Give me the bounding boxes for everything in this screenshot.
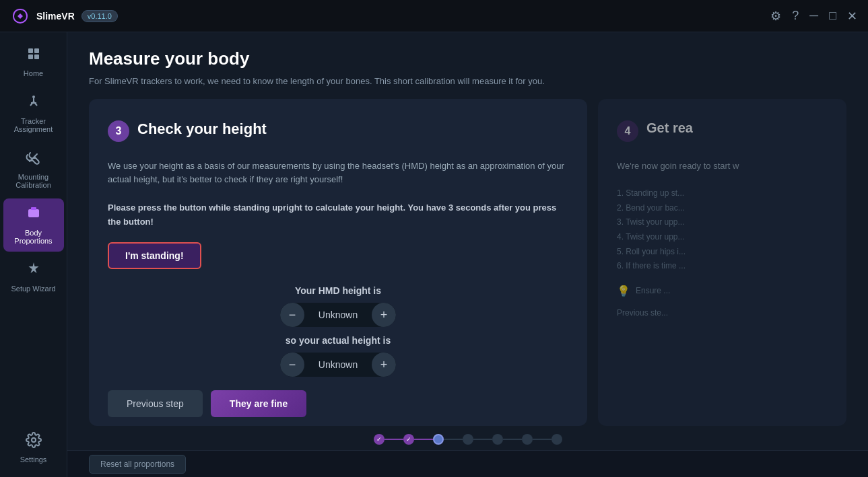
maximize-icon[interactable]: □ xyxy=(829,9,836,23)
step-3-desc-part2: Please press the button while standing u… xyxy=(108,203,556,227)
sidebar-item-tracker-assignment[interactable]: Tracker Assignment xyxy=(3,87,64,140)
progress-line-4 xyxy=(473,439,492,440)
sidebar-tracker-label: Tracker Assignment xyxy=(9,117,59,133)
list-item: 1. Standing up st... xyxy=(617,186,828,201)
sidebar-settings-label: Settings xyxy=(20,455,47,464)
tracker-icon xyxy=(26,94,42,114)
standing-button[interactable]: I'm standing! xyxy=(108,242,201,269)
sidebar-item-body-proportions[interactable]: Body Proportions xyxy=(3,198,64,252)
svg-point-4 xyxy=(32,96,35,98)
step-4-card: 4 Get rea We're now goin ready to start … xyxy=(598,99,846,427)
content-area: Measure your body For SlimeVR trackers t… xyxy=(67,32,868,477)
topbar-left: SlimeVR v0.11.0 xyxy=(11,7,118,26)
list-item: 6. If there is time ... xyxy=(617,259,828,274)
hmd-height-section: Your HMD height is − Unknown + xyxy=(108,285,568,327)
list-item: 5. Roll your hips i... xyxy=(617,245,828,260)
progress-bar: ✓ ✓ xyxy=(67,426,868,450)
svg-rect-1 xyxy=(34,48,39,53)
progress-dot-2: ✓ xyxy=(403,434,414,445)
settings-icon[interactable]: ⚙ xyxy=(770,9,781,24)
page-subtitle: For SlimeVR trackers to work, we need to… xyxy=(89,75,846,88)
step-4-description: We're now goin ready to start w xyxy=(617,159,828,174)
reset-proportions-button[interactable]: Reset all proportions xyxy=(89,455,186,474)
actual-height-value: Unknown xyxy=(304,359,372,370)
hint-text: Ensure ... xyxy=(636,286,670,295)
list-item: 3. Twist your upp... xyxy=(617,215,828,230)
wrench-icon xyxy=(26,149,42,170)
progress-line-1 xyxy=(385,439,403,440)
actual-decrement-button[interactable]: − xyxy=(280,353,304,377)
svg-rect-0 xyxy=(28,48,33,53)
actual-height-section: so your actual height is − Unknown + xyxy=(108,335,568,377)
step-4-footer: Previous ste... xyxy=(617,308,828,318)
progress-line-3 xyxy=(444,439,463,440)
step-3-title: Check your height xyxy=(137,118,267,138)
hmd-increment-button[interactable]: + xyxy=(372,303,396,327)
app-logo xyxy=(11,7,30,26)
previous-step-button[interactable]: Previous step xyxy=(108,390,203,417)
step-4-steps-list: 1. Standing up st... 2. Bend your bac...… xyxy=(617,186,828,274)
page-title: Measure your body xyxy=(89,48,846,69)
topbar: SlimeVR v0.11.0 ⚙ ? ─ □ ✕ xyxy=(0,0,868,32)
sidebar-home-label: Home xyxy=(24,69,43,77)
wizard-icon xyxy=(26,261,42,281)
list-item: 4. Twist your upp... xyxy=(617,230,828,245)
hint-icon: 💡 xyxy=(617,285,630,297)
progress-dot-5 xyxy=(492,434,503,445)
sidebar-mounting-label: Mounting Calibration xyxy=(9,173,59,189)
main-layout: Home Tracker Assignment Mounting Cal xyxy=(0,32,868,477)
step-3-number: 3 xyxy=(108,120,129,142)
sidebar-item-settings[interactable]: Settings xyxy=(3,425,64,470)
sidebar: Home Tracker Assignment Mounting Cal xyxy=(0,32,67,477)
progress-dot-3 xyxy=(433,434,444,445)
page-header: Measure your body For SlimeVR trackers t… xyxy=(67,32,868,99)
app-name: SlimeVR xyxy=(36,11,75,22)
sidebar-item-home[interactable]: Home xyxy=(3,39,64,84)
sidebar-body-label: Body Proportions xyxy=(9,229,59,245)
sidebar-wizard-label: Setup Wizard xyxy=(11,285,55,293)
svg-rect-2 xyxy=(28,54,33,59)
body-proportions-icon xyxy=(26,205,42,225)
actual-height-label: so your actual height is xyxy=(108,335,568,346)
step-4-number: 4 xyxy=(617,120,638,142)
step-3-desc-part1: We use your height as a basis of our mea… xyxy=(108,161,564,185)
step-4-title: Get rea xyxy=(646,118,693,136)
topbar-right: ⚙ ? ─ □ ✕ xyxy=(770,9,857,24)
steps-container: 3 Check your height We use your height a… xyxy=(67,99,868,427)
sidebar-item-mounting-calibration[interactable]: Mounting Calibration xyxy=(3,143,64,196)
progress-line-6 xyxy=(533,439,552,440)
hmd-height-value: Unknown xyxy=(304,309,372,320)
progress-dot-6 xyxy=(522,434,533,445)
svg-rect-10 xyxy=(31,207,36,210)
list-item: 2. Bend your bac... xyxy=(617,201,828,216)
minimize-icon[interactable]: ─ xyxy=(809,9,818,23)
step-3-description: We use your height as a basis of our mea… xyxy=(108,159,568,229)
step-3-footer: Previous step They are fine xyxy=(108,390,568,417)
progress-line-2 xyxy=(414,439,433,440)
version-badge: v0.11.0 xyxy=(81,10,118,22)
help-icon[interactable]: ? xyxy=(792,9,799,23)
svg-rect-9 xyxy=(28,209,39,217)
actual-height-control: − Unknown + xyxy=(280,353,396,377)
progress-dot-1: ✓ xyxy=(374,434,385,445)
progress-line-5 xyxy=(503,439,522,440)
actual-increment-button[interactable]: + xyxy=(372,353,396,377)
bottom-bar: Reset all proportions xyxy=(67,450,868,477)
svg-point-11 xyxy=(32,438,36,442)
svg-rect-3 xyxy=(34,54,39,59)
progress-dot-4 xyxy=(463,434,473,445)
home-icon xyxy=(26,46,42,66)
hmd-height-control: − Unknown + xyxy=(280,303,396,327)
hmd-height-label: Your HMD height is xyxy=(108,285,568,296)
close-icon[interactable]: ✕ xyxy=(847,9,857,24)
settings-gear-icon xyxy=(26,432,42,452)
progress-dot-7 xyxy=(552,434,562,445)
they-are-fine-button[interactable]: They are fine xyxy=(211,390,306,417)
sidebar-item-setup-wizard[interactable]: Setup Wizard xyxy=(3,254,64,299)
hmd-decrement-button[interactable]: − xyxy=(280,303,304,327)
step-3-card: 3 Check your height We use your height a… xyxy=(89,99,587,427)
